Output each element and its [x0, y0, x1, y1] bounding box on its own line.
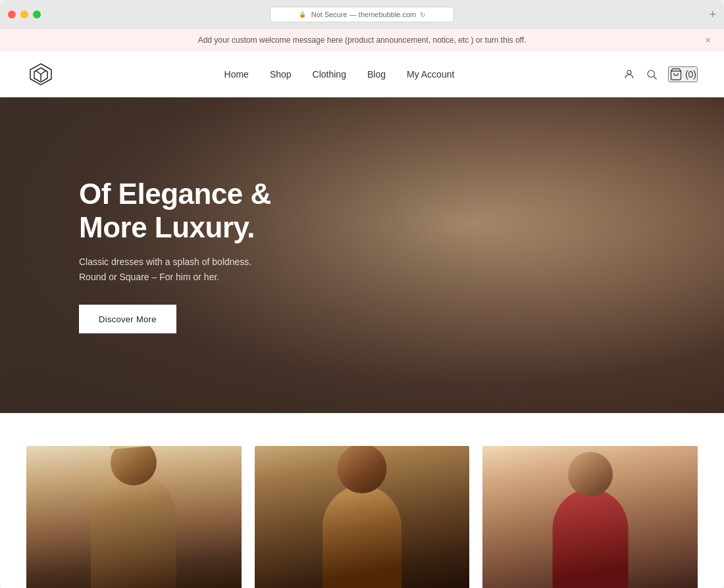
cart-button[interactable]: (0) — [668, 66, 698, 82]
nav-blog[interactable]: Blog — [367, 69, 386, 80]
product-image-3 — [482, 446, 698, 588]
hero-content: Of Elegance & More Luxury. Classic dress… — [79, 178, 271, 333]
user-icon-button[interactable] — [623, 68, 635, 80]
product-card-1[interactable] — [26, 446, 242, 588]
product-card-3[interactable] — [482, 446, 698, 588]
window-chrome: 🔒 Not Secure — themebubble.com ↻ + — [0, 0, 724, 29]
hero-subtitle: Classic dresses with a splash of boldnes… — [79, 255, 271, 284]
site-wrapper: Add your custom welcome message here (pr… — [0, 29, 724, 588]
svg-point-6 — [648, 70, 655, 78]
close-dot[interactable] — [8, 11, 16, 18]
address-text: Not Secure — themebubble.com — [311, 11, 417, 18]
svg-line-7 — [654, 76, 656, 79]
announcement-bar: Add your custom welcome message here (pr… — [0, 29, 724, 51]
announcement-message: Add your custom welcome message here (pr… — [198, 36, 527, 45]
nav-my-account[interactable]: My Account — [407, 69, 454, 80]
products-section — [0, 413, 724, 588]
svg-line-3 — [41, 70, 46, 74]
search-icon-button[interactable] — [646, 68, 658, 80]
minimize-dot[interactable] — [20, 11, 28, 18]
svg-point-5 — [627, 70, 631, 74]
new-tab-button[interactable]: + — [709, 8, 716, 22]
nav-shop[interactable]: Shop — [270, 69, 292, 80]
announcement-close-button[interactable]: × — [706, 35, 711, 45]
product-image-1 — [26, 446, 242, 588]
site-header: Home Shop Clothing Blog My Account — [0, 51, 724, 97]
logo-area[interactable] — [26, 62, 55, 86]
maximize-dot[interactable] — [33, 11, 41, 18]
nav-home[interactable]: Home — [224, 69, 249, 80]
nav-clothing[interactable]: Clothing — [313, 69, 346, 80]
svg-line-2 — [36, 70, 41, 74]
cart-count: (0) — [685, 69, 696, 80]
hero-title: Of Elegance & More Luxury. — [79, 178, 271, 244]
refresh-icon[interactable]: ↻ — [420, 11, 425, 18]
lock-icon: 🔒 — [299, 11, 306, 18]
logo-icon — [26, 62, 55, 86]
product-image-2 — [255, 446, 470, 588]
window-dots — [8, 11, 41, 18]
products-grid — [26, 446, 698, 588]
main-nav: Home Shop Clothing Blog My Account — [224, 69, 455, 80]
address-bar[interactable]: 🔒 Not Secure — themebubble.com ↻ — [270, 7, 454, 22]
hero-cta-button[interactable]: Discover More — [79, 305, 176, 333]
hero-section: Of Elegance & More Luxury. Classic dress… — [0, 97, 724, 413]
nav-icons: (0) — [623, 66, 698, 82]
product-card-2[interactable] — [255, 446, 470, 588]
